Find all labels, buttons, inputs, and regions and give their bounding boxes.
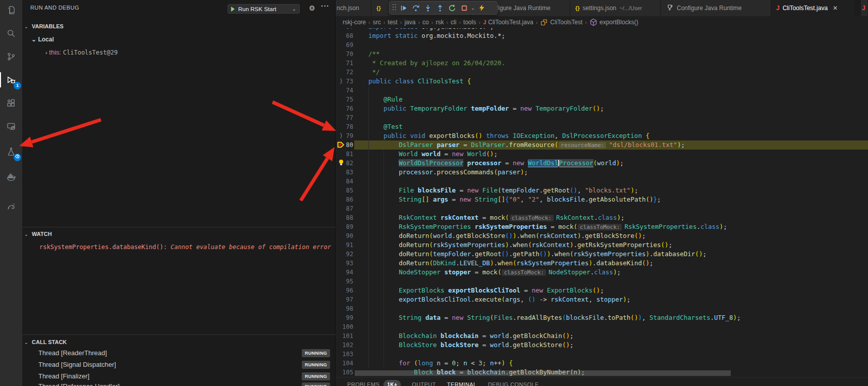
breadcrumb-item-rsk[interactable]: rsk xyxy=(436,19,444,26)
step-out-button[interactable] xyxy=(434,2,446,14)
breadcrumb-item-co[interactable]: co xyxy=(422,19,429,26)
code-line-80[interactable]: 80 DslParser parser = DslParser.fromReso… xyxy=(336,140,868,150)
breadcrumb-item-CliToolsTest[interactable]: CliToolsTest xyxy=(540,18,582,26)
stop-menu-chevron-icon[interactable]: ⌄ xyxy=(470,6,475,11)
variables-scope-local[interactable]: ⌄ Local xyxy=(22,33,335,46)
code-line-94[interactable]: 94 NodeStopper stopper = mock(classToMoc… xyxy=(336,268,868,277)
breadcrumb-item-test[interactable]: test xyxy=(388,19,397,26)
code-line-73[interactable]: 73public class CliToolsTest { xyxy=(336,77,868,86)
code-line-72[interactable]: 72 */ xyxy=(336,68,868,77)
activity-bar-item-search[interactable] xyxy=(0,25,22,42)
breadcrumb-item-exportBlocks()[interactable]: exportBlocks() xyxy=(589,18,638,26)
code-line-86[interactable]: 86 String[] args = new String[]{"0", "2"… xyxy=(336,195,868,204)
line-number[interactable]: 104 xyxy=(336,359,353,368)
line-number[interactable]: 100 xyxy=(336,322,353,331)
line-number[interactable]: 105 xyxy=(336,368,353,377)
lightbulb-icon[interactable] xyxy=(338,159,345,168)
line-number[interactable]: 91 xyxy=(336,240,353,250)
launch-config-dropdown[interactable]: Run RSK Start ⌄ xyxy=(228,4,300,14)
line-number[interactable]: 72 xyxy=(336,68,353,77)
fold-indicator-icon[interactable]: ) xyxy=(339,77,346,85)
panel-tab-debug-console[interactable]: DEBUG CONSOLE xyxy=(488,380,539,386)
watch-section-header[interactable]: ⌄ WATCH xyxy=(22,227,335,240)
line-number[interactable]: 102 xyxy=(336,341,353,350)
breadcrumb-item-src[interactable]: src xyxy=(373,19,381,26)
code-line-89[interactable]: 89 RskSystemProperties rskSystemProperti… xyxy=(336,222,868,231)
line-number[interactable]: 76 xyxy=(336,104,353,113)
stop-button[interactable] xyxy=(458,2,470,14)
panel-tab-problems[interactable]: PROBLEMS1K+ xyxy=(347,380,401,386)
call-stack-thread-row[interactable]: Thread [Reference Handler]RUNNING xyxy=(22,380,335,386)
line-number[interactable]: 101 xyxy=(336,331,353,341)
code-line-82[interactable]: 82 WorldDslProcessor processor = new Wor… xyxy=(336,159,868,168)
code-line-92[interactable]: 92 doReturn(tempFolder.getRoot().getPath… xyxy=(336,250,868,259)
line-number[interactable]: 94 xyxy=(336,268,353,277)
code-line-101[interactable]: 101 Blockchain blockchain = world.getBlo… xyxy=(336,331,868,341)
code-line-70[interactable]: 70/** xyxy=(336,50,868,59)
line-number[interactable]: 71 xyxy=(336,59,353,68)
code-line-96[interactable]: 96 ExportBlocks exportBlocksCliTool = ne… xyxy=(336,286,868,295)
variables-section-header[interactable]: ⌄ VARIABLES xyxy=(22,20,335,33)
code-line-79[interactable]: 79 public void exportBlocks() throws IOE… xyxy=(336,131,868,140)
step-into-button[interactable] xyxy=(422,2,434,14)
restart-button[interactable] xyxy=(446,2,458,14)
code-line-88[interactable]: 88 RskContext rskContext = mock(classToM… xyxy=(336,213,868,222)
line-number[interactable]: 75 xyxy=(336,95,353,104)
line-number[interactable]: 86 xyxy=(336,195,353,204)
activity-bar-item-remote-explorer[interactable] xyxy=(0,118,22,135)
breadcrumb-item-cli[interactable]: cli xyxy=(451,19,456,26)
code-line-71[interactable]: 71 * Created by ajlopez on 26/04/2020. xyxy=(336,59,868,68)
call-stack-thread-row[interactable]: Thread [Signal Dispatcher]RUNNING xyxy=(22,359,335,370)
activity-bar-item-run-and-debug[interactable]: 1 xyxy=(0,71,22,88)
code-line-102[interactable]: 102 BlockStore blockStore = world.getBlo… xyxy=(336,341,868,350)
code-line-68[interactable]: 68import static org.mockito.Mockito.*; xyxy=(336,31,868,40)
breadcrumb-item-CliToolsTest.java[interactable]: JCliToolsTest.java xyxy=(483,19,533,26)
hot-code-replace-button[interactable] xyxy=(475,2,487,14)
line-number[interactable]: 93 xyxy=(336,259,353,268)
line-number[interactable]: 89 xyxy=(336,222,353,231)
code-line-91[interactable]: 91 doReturn(rskSystemProperties).when(rs… xyxy=(336,240,868,250)
activity-bar-item-source-control[interactable] xyxy=(0,48,22,65)
activity-bar-item-docker[interactable] xyxy=(0,168,22,185)
code-line-100[interactable]: 100 xyxy=(336,322,868,331)
activity-bar-item-testing[interactable] xyxy=(0,143,22,160)
code-line-99[interactable]: 99 String data = new String(Files.readAl… xyxy=(336,313,868,322)
line-number[interactable]: 88 xyxy=(336,213,353,222)
line-number[interactable]: 84 xyxy=(336,177,353,186)
more-actions-icon[interactable]: ··· xyxy=(321,2,330,10)
code-line-90[interactable]: 90 doReturn(world.getBlockStore()).when(… xyxy=(336,231,868,240)
code-line-75[interactable]: 75 @Rule xyxy=(336,95,868,104)
gear-icon[interactable]: ⚙ xyxy=(309,4,315,12)
watch-expression-row[interactable]: rskSystemProperties.databaseKind(): Cann… xyxy=(39,240,331,254)
code-line-103[interactable]: 103 xyxy=(336,350,868,359)
line-number[interactable]: 95 xyxy=(336,277,353,286)
code-editor[interactable]: 67import static org.junit.Assert.*;68imp… xyxy=(336,0,868,377)
line-number[interactable]: 92 xyxy=(336,250,353,259)
line-number[interactable]: 96 xyxy=(336,286,353,295)
line-number[interactable]: 99 xyxy=(336,313,353,322)
line-number[interactable]: 97 xyxy=(336,295,353,304)
code-line-95[interactable]: 95 xyxy=(336,277,868,286)
current-breakpoint-icon[interactable] xyxy=(337,140,345,151)
line-number[interactable]: 78 xyxy=(336,122,353,131)
line-number[interactable]: 77 xyxy=(336,113,353,122)
line-number[interactable]: 69 xyxy=(336,40,353,50)
code-line-83[interactable]: 83 processor.processCommands(parser); xyxy=(336,168,868,177)
code-line-85[interactable]: 85 File blocksFile = new File(tempFolder… xyxy=(336,186,868,195)
line-number[interactable]: 87 xyxy=(336,204,353,213)
breadcrumb-item-tools[interactable]: tools xyxy=(463,19,476,26)
activity-bar-item-explorer[interactable] xyxy=(0,2,22,19)
activity-bar-item-gradle[interactable] xyxy=(0,198,22,215)
continue-button[interactable] xyxy=(398,2,410,14)
code-line-69[interactable]: 69 xyxy=(336,40,868,50)
code-line-76[interactable]: 76 public TemporaryFolder tempFolder = n… xyxy=(336,104,868,113)
panel-tab-terminal[interactable]: TERMINAL xyxy=(447,380,477,386)
fold-indicator-icon[interactable]: ) xyxy=(339,132,346,139)
line-number[interactable]: 90 xyxy=(336,231,353,240)
toolbar-drag-grip[interactable] xyxy=(392,3,398,13)
code-line-78[interactable]: 78 @Test xyxy=(336,122,868,131)
line-number[interactable]: 70 xyxy=(336,50,353,59)
panel-tab-output[interactable]: OUTPUT xyxy=(412,380,436,386)
line-number[interactable]: 68 xyxy=(336,31,353,40)
line-number[interactable]: 98 xyxy=(336,304,353,313)
